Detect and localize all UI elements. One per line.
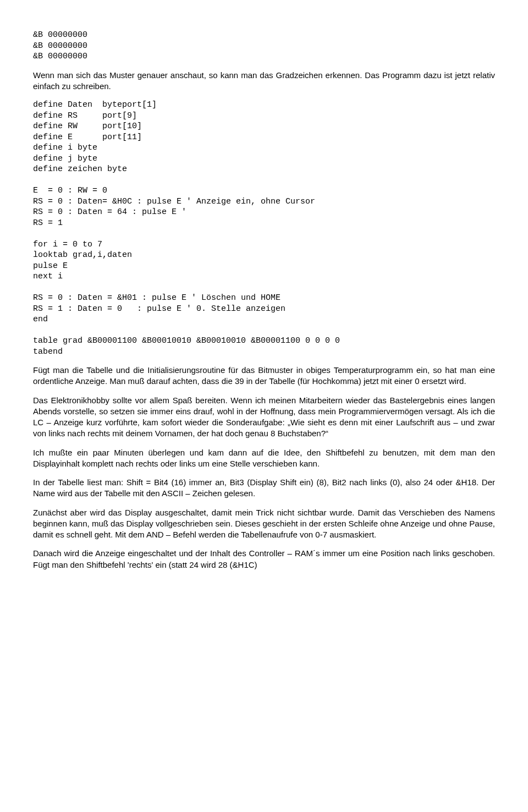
- paragraph-7: Danach wird die Anzeige eingeschaltet un…: [33, 548, 495, 570]
- paragraph-6: Zunächst aber wird das Display ausgescha…: [33, 507, 495, 541]
- code-block-2: define Daten byteport[1] define RS port[…: [33, 100, 495, 357]
- paragraph-3: Das Elektronikhobby sollte vor allem Spa…: [33, 395, 495, 440]
- paragraph-4: Ich mußte ein paar Minuten überlegen und…: [33, 447, 495, 470]
- code-block-1: &B 00000000 &B 00000000 &B 00000000: [33, 30, 495, 62]
- paragraph-1: Wenn man sich das Muster genauer anschau…: [33, 70, 495, 92]
- paragraph-2: Fügt man die Tabelle und die Initialisie…: [33, 365, 495, 387]
- paragraph-5: In der Tabelle liest man: Shift = Bit4 (…: [33, 477, 495, 500]
